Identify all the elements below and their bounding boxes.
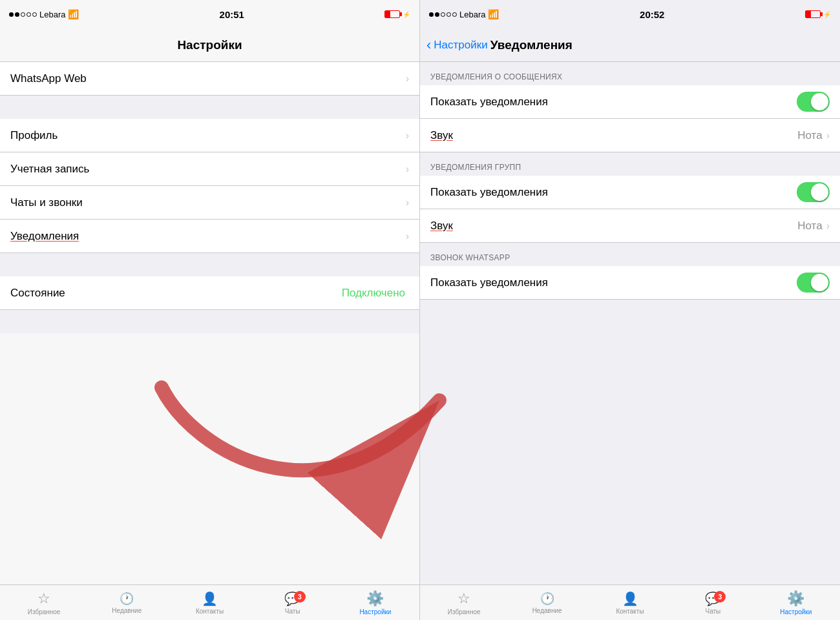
right-battery-body	[805, 10, 821, 18]
dot2	[15, 12, 19, 17]
left-nav-title: Настройки	[177, 38, 242, 52]
show-call-notif-toggle[interactable]	[797, 273, 830, 293]
settings-icon-right: ⚙️	[787, 590, 804, 607]
tab-recents-right[interactable]: 🕐 Недавние	[505, 592, 588, 614]
tab-chats-left[interactable]: 3 💬 Чаты	[251, 591, 334, 615]
show-group-notif-label: Показать уведомления	[430, 186, 797, 199]
right-battery: ⚡	[805, 10, 831, 18]
sound-msg-label: Звук	[430, 129, 797, 142]
favorites-icon-left: ☆	[37, 590, 50, 607]
whatsapp-web-item[interactable]: WhatsApp Web ›	[0, 62, 419, 96]
left-panel: Lebara 📶 20:51 ⚡ Настройки WhatsApp Web …	[0, 0, 420, 620]
dot5	[32, 12, 37, 17]
sound-group-label: Звук	[430, 220, 797, 232]
spacer1	[0, 96, 419, 119]
msg-notif-header: УВЕДОМЛЕНИЯ О СООБЩЕНИЯХ	[420, 62, 840, 85]
left-time: 20:51	[220, 9, 244, 20]
sound-msg-value: Нота	[797, 129, 822, 142]
show-msg-notif-item[interactable]: Показать уведомления	[420, 85, 840, 119]
right-nav-bar: ‹ Настройки Уведомления	[420, 28, 840, 62]
profile-label: Профиль	[10, 129, 406, 142]
dot3	[21, 12, 25, 17]
dot1	[9, 12, 14, 17]
right-status-left: Lebara 📶	[429, 9, 499, 19]
back-arrow-icon: ‹	[426, 38, 431, 52]
favorites-label-right: Избранное	[448, 608, 481, 615]
chats-label-right: Чаты	[706, 608, 721, 615]
wifi-icon: 📶	[68, 9, 79, 19]
back-button[interactable]: ‹ Настройки	[426, 38, 488, 52]
right-tab-bar: ☆ Избранное 🕐 Недавние 👤 Контакты 3 💬 Ча…	[420, 584, 840, 620]
sound-group-chevron: ›	[826, 220, 830, 232]
chats-label-left: Чаты	[285, 608, 300, 615]
charging-icon: ⚡	[403, 11, 410, 18]
show-group-notif-toggle[interactable]	[797, 182, 830, 202]
show-group-notif-item[interactable]: Показать уведомления	[420, 176, 840, 209]
left-settings-list: WhatsApp Web › Профиль › Учетная запись …	[0, 62, 419, 584]
recents-label-left: Недавние	[112, 607, 142, 614]
tab-settings-right[interactable]: ⚙️ Настройки	[755, 590, 837, 615]
tab-contacts-right[interactable]: 👤 Контакты	[589, 591, 671, 615]
chats-badge-right: 3	[714, 591, 726, 603]
tab-chats-right[interactable]: 3 💬 Чаты	[671, 591, 754, 615]
notifications-item[interactable]: Уведомления ›	[0, 220, 419, 253]
tab-favorites-right[interactable]: ☆ Избранное	[423, 590, 505, 615]
tab-favorites-left[interactable]: ☆ Избранное	[3, 590, 85, 615]
profile-chevron: ›	[406, 130, 409, 141]
sound-msg-chevron: ›	[826, 130, 830, 141]
right-carrier-label: Lebara	[459, 10, 485, 19]
show-call-notif-item[interactable]: Показать уведомления	[420, 266, 840, 300]
show-call-notif-label: Показать уведомления	[430, 276, 797, 289]
tab-contacts-left[interactable]: 👤 Контакты	[168, 591, 251, 615]
carrier-label: Lebara	[39, 10, 65, 19]
account-label: Учетная запись	[10, 163, 406, 176]
left-nav-bar: Настройки	[0, 28, 419, 62]
notifications-chevron: ›	[406, 231, 409, 242]
r-dot5	[452, 12, 457, 17]
profile-item[interactable]: Профиль ›	[0, 119, 419, 152]
recents-label-right: Недавние	[532, 607, 562, 614]
chats-calls-chevron: ›	[406, 197, 409, 209]
notifications-label: Уведомления	[10, 230, 406, 243]
right-status-bar: Lebara 📶 20:52 ⚡	[420, 0, 840, 28]
settings-label-right: Настройки	[780, 608, 812, 615]
group-notif-header: УВЕДОМЛЕНИЯ ГРУПП	[420, 152, 840, 176]
right-charging-icon: ⚡	[823, 11, 831, 18]
contacts-icon-left: 👤	[202, 591, 218, 606]
chats-calls-label: Чаты и звонки	[10, 196, 406, 209]
r-dot4	[446, 12, 451, 17]
right-content: УВЕДОМЛЕНИЯ О СООБЩЕНИЯХ Показать уведом…	[420, 62, 840, 584]
spacer3	[0, 310, 419, 333]
right-spacer-end	[420, 300, 840, 323]
r-dot2	[435, 12, 439, 17]
dot4	[26, 12, 31, 17]
account-item[interactable]: Учетная запись ›	[0, 152, 419, 186]
sound-group-item[interactable]: Звук Нота ›	[420, 209, 840, 243]
show-msg-notif-toggle[interactable]	[797, 92, 830, 112]
right-nav-title: Уведомления	[490, 38, 572, 52]
settings-label-left: Настройки	[359, 608, 391, 615]
right-signal	[429, 12, 457, 17]
battery-icon: ⚡	[384, 10, 410, 18]
sound-msg-item[interactable]: Звук Нота ›	[420, 119, 840, 152]
right-wifi-icon: 📶	[488, 9, 499, 19]
left-status-right: ⚡	[384, 10, 410, 18]
tab-recents-left[interactable]: 🕐 Недавние	[85, 592, 168, 614]
signal-strength	[9, 12, 37, 17]
status-label: Состояние	[10, 287, 342, 300]
r-dot3	[441, 12, 445, 17]
back-label: Настройки	[434, 39, 487, 52]
settings-icon-left: ⚙️	[366, 590, 384, 607]
contacts-label-right: Контакты	[616, 608, 644, 615]
battery-fill	[385, 11, 390, 17]
right-panel: Lebara 📶 20:52 ⚡ ‹ Настройки Уведомления…	[420, 0, 840, 620]
favorites-icon-right: ☆	[457, 590, 470, 607]
contacts-label-left: Контакты	[196, 608, 224, 615]
r-dot1	[429, 12, 434, 17]
chats-calls-item[interactable]: Чаты и звонки ›	[0, 186, 419, 220]
status-item[interactable]: Состояние Подключено	[0, 276, 419, 310]
left-status-bar: Lebara 📶 20:51 ⚡	[0, 0, 419, 28]
right-status-right: ⚡	[805, 10, 831, 18]
tab-settings-left[interactable]: ⚙️ Настройки	[334, 590, 417, 615]
contacts-icon-right: 👤	[622, 591, 638, 606]
